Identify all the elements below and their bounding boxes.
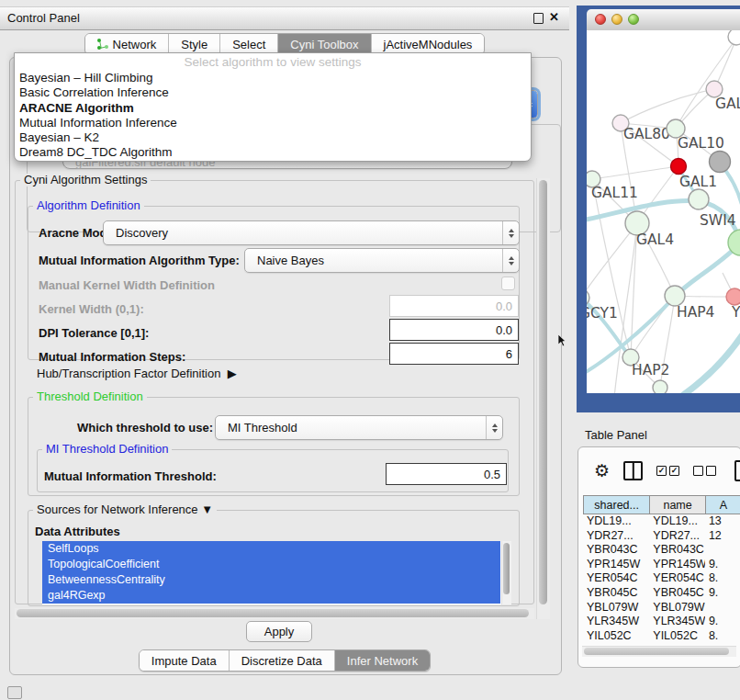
table-row[interactable]: YPR145WYPR145W9. — [583, 558, 740, 572]
table-row[interactable]: YLR345WYLR345W9. — [583, 615, 740, 629]
screen: Control Panel ✕ NetworkStyleSelectCyni T… — [0, 0, 740, 700]
table-row[interactable]: YER054CYER054C8. — [583, 571, 740, 586]
tab-style[interactable]: Style — [169, 34, 220, 54]
close-window-icon[interactable] — [595, 14, 606, 25]
table-toolbar: ⚙ ✓ ✓ — [578, 447, 740, 493]
float-window-icon[interactable] — [533, 13, 544, 24]
table-row[interactable]: YIL052CYIL052C8. — [583, 629, 740, 644]
aracne-mode-combo[interactable]: Discovery — [103, 220, 520, 245]
network-canvas[interactable]: GALGAL80GAL10GAL1GAL11SWI4GAL4GCY1HAP4YH… — [587, 30, 740, 393]
gear-icon[interactable]: ⚙ — [594, 462, 610, 480]
node-label: GCY1 — [587, 305, 618, 322]
manual-kernel-checkbox[interactable] — [501, 277, 515, 290]
minimize-window-icon[interactable] — [611, 14, 622, 25]
sources-toggle[interactable]: Sources for Network Inference ▼ — [33, 503, 217, 516]
mi-steps-field[interactable]: 6 — [389, 343, 519, 365]
mi-type-label: Mutual Information Algorithm Type: — [39, 254, 240, 267]
settings-horizontal-scrollbar[interactable] — [15, 608, 534, 619]
tab-network[interactable]: Network — [85, 34, 170, 54]
mi-steps-label: Mutual Information Steps: — [39, 350, 185, 364]
table-row[interactable]: YDL19...YDL19...13 — [583, 514, 740, 529]
collapsed-panel-icon[interactable] — [7, 686, 22, 699]
column-header[interactable]: shared... — [583, 495, 649, 514]
node-label: Y — [731, 304, 740, 321]
which-threshold-label: Which threshold to use: — [77, 421, 213, 435]
chevron-down-icon[interactable]: ▼ — [201, 502, 213, 516]
network-node[interactable] — [671, 159, 687, 175]
network-icon — [97, 39, 108, 50]
data-attributes-label: Data Attributes — [35, 525, 120, 538]
which-threshold-combo[interactable]: MI Threshold — [215, 415, 503, 440]
network-node[interactable] — [710, 152, 731, 173]
dropdown-item[interactable]: Dream8 DC_TDC Algorithm — [15, 145, 531, 160]
network-node[interactable] — [689, 189, 709, 209]
node-label: GAL4 — [636, 231, 674, 248]
network-edge — [676, 39, 736, 129]
table-row[interactable]: YBR043CYBR043C — [583, 543, 740, 558]
unselect-all-columns-icon[interactable] — [693, 466, 716, 476]
split-columns-icon[interactable] — [623, 461, 643, 480]
attribute-list-item[interactable]: gal4RGexp — [42, 588, 500, 604]
tab-impute-data[interactable]: Impute Data — [140, 650, 230, 671]
table-panel: ⚙ ✓ ✓ shared...nameAYDL19...YDL19...13YD… — [577, 446, 740, 668]
tab-infer-network[interactable]: Infer Network — [335, 650, 430, 671]
kernel-width-field[interactable]: 0.0 — [389, 295, 519, 317]
mi-threshold-field[interactable]: 0.5 — [386, 463, 507, 485]
settings-vertical-scrollbar[interactable] — [536, 178, 550, 619]
network-node[interactable] — [728, 30, 740, 45]
attribute-list-item[interactable]: SelfLoops — [42, 541, 500, 557]
network-node[interactable] — [665, 286, 685, 306]
dropdown-item[interactable]: ARACNE Algorithm — [15, 101, 531, 116]
mi-type-combo[interactable]: Naive Bayes — [244, 248, 520, 273]
select-all-columns-icon[interactable]: ✓ ✓ — [656, 466, 679, 476]
dropdown-item[interactable]: Mutual Information Inference — [15, 116, 531, 130]
mouse-cursor-icon — [558, 334, 567, 347]
attribute-list-item[interactable]: BetweennessCentrality — [42, 572, 500, 588]
table-horizontal-scrollbar[interactable] — [582, 646, 736, 657]
node-label: HAP4 — [677, 304, 714, 321]
close-icon[interactable]: ✕ — [549, 10, 559, 24]
attribute-table[interactable]: shared...nameAYDL19...YDL19...13YDR27...… — [583, 495, 740, 644]
combo-spinner-icon — [486, 416, 502, 439]
node-label: GAL80 — [623, 126, 670, 142]
tab-jactivemnodules[interactable]: jActiveMNodules — [372, 34, 485, 54]
dropdown-item[interactable]: Bayesian – K2 — [15, 130, 531, 145]
combo-spinner-icon — [502, 221, 519, 244]
table-row[interactable]: YDR27...YDR27...12 — [583, 529, 740, 544]
chevron-right-icon[interactable]: ▶ — [228, 367, 237, 380]
attribute-list-item[interactable]: TopologicalCoefficient — [42, 557, 500, 572]
attributes-list-scrollbar[interactable] — [501, 541, 511, 604]
dpi-tolerance-label: DPI Tolerance [0,1]: — [39, 326, 149, 340]
table-row[interactable]: YBL079WYBL079W — [583, 601, 740, 615]
network-node[interactable] — [653, 380, 667, 393]
threshold-definition-title: Threshold Definition — [33, 390, 147, 403]
kernel-width-label: Kernel Width (0,1): — [39, 302, 144, 316]
cyni-settings-title: Cyni Algorithm Settings — [20, 174, 151, 186]
dropdown-item[interactable]: Bayesian – Hill Climbing — [15, 71, 531, 85]
network-edge — [587, 223, 637, 298]
data-attributes-list[interactable]: SelfLoopsTopologicalCoefficientBetweenne… — [42, 541, 510, 604]
node-label: GAL11 — [591, 185, 638, 201]
document-icon[interactable] — [734, 460, 740, 481]
column-header[interactable]: A — [705, 495, 740, 514]
node-label: GAL10 — [678, 135, 724, 152]
column-header[interactable]: name — [649, 495, 705, 514]
tab-discretize-data[interactable]: Discretize Data — [230, 650, 335, 671]
table-row[interactable]: YBR045CYBR045C9. — [583, 586, 740, 601]
zoom-window-icon[interactable] — [628, 14, 639, 25]
manual-kernel-label: Manual Kernel Width Definition — [39, 278, 215, 292]
tab-select[interactable]: Select — [220, 34, 278, 54]
apply-button[interactable]: Apply — [246, 621, 312, 642]
network-edge — [621, 89, 714, 123]
hub-definition-toggle[interactable]: Hub/Transcription Factor Definition ▶ — [37, 367, 237, 380]
tab-cyni-toolbox[interactable]: Cyni Toolbox — [278, 34, 371, 54]
network-window-titlebar[interactable] — [587, 9, 740, 31]
dpi-tolerance-field[interactable]: 0.0 — [389, 319, 519, 341]
dropdown-prompt: Select algorithm to view settings — [15, 53, 531, 71]
node-label: GAL1 — [679, 174, 717, 190]
panel-title: Control Panel — [7, 11, 80, 25]
network-desktop: GALGAL80GAL10GAL1GAL11SWI4GAL4GCY1HAP4YH… — [577, 6, 740, 412]
network-node[interactable] — [726, 288, 740, 305]
dropdown-item[interactable]: Basic Correlation Inference — [15, 85, 531, 100]
control-panel-titlebar: Control Panel ✕ — [0, 6, 569, 30]
